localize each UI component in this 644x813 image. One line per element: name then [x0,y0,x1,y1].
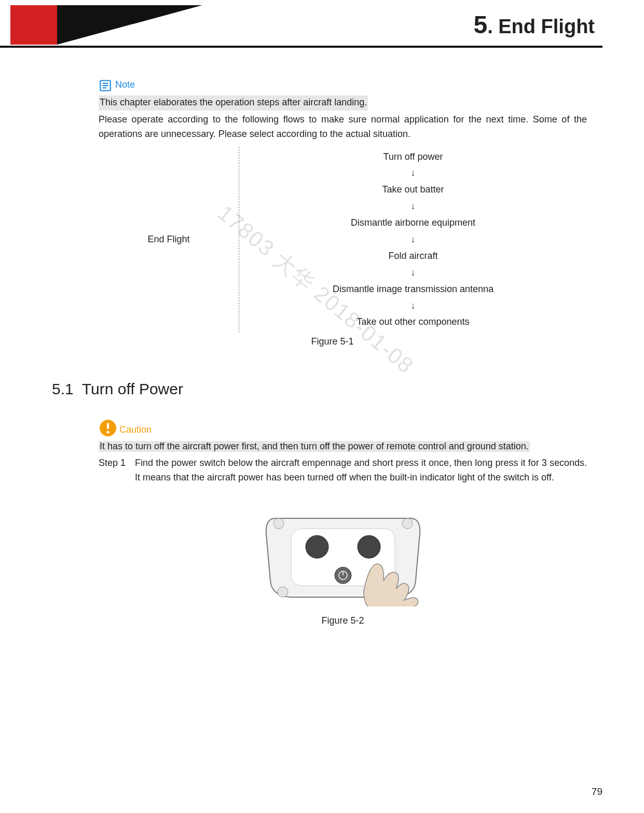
figure-5-2-caption: Figure 5-2 [99,614,587,628]
flow-step: Take out other components [239,314,587,330]
svg-point-15 [278,587,288,597]
flow-arrow: ↓ [239,198,587,215]
flow-step: Take out batter [239,182,587,198]
figure-5-2 [99,498,587,607]
svg-point-6 [107,431,109,434]
flow-step: Fold aircraft [239,248,587,265]
flow-arrow: ↓ [239,231,587,248]
section-heading: 5.1 Turn off Power [52,380,602,398]
document-page: 5. End Flight 17803 大华 2018-01-08 Note T… [0,0,644,813]
caution-label: Caution [119,423,152,437]
device-illustration [260,498,426,607]
chapter-title: 5. End Flight [473,10,595,39]
flow-steps: Turn off power ↓ Take out batter ↓ Disma… [239,147,587,333]
step-1-text: Find the power switch below the aircraft… [135,456,587,485]
note-row: Note [99,78,587,92]
note-highlight-text: This chapter elaborates the operation st… [99,95,368,111]
chapter-dot: . [487,16,498,37]
step-1-label: Step 1 [99,456,135,485]
svg-point-8 [306,535,328,558]
note-label: Note [115,78,135,92]
svg-rect-5 [107,423,109,429]
flow-diagram: End Flight Turn off power ↓ Take out bat… [99,147,587,333]
page-number: 79 [592,786,602,797]
caution-row: Caution [99,419,587,437]
chapter-name: End Flight [498,16,595,37]
note-body: Please operate according to the followin… [99,113,587,142]
flow-step: Dismantle airborne equipment [239,215,587,231]
note-highlight: This chapter elaborates the operation st… [99,95,587,111]
chapter-number: 5 [473,11,487,38]
flow-step: Turn off power [239,149,587,166]
header-red-block [10,5,57,45]
flow-arrow: ↓ [239,165,587,182]
flow-step: Dismantle image transmission antenna [239,281,587,298]
flow-left-label: End Flight [99,147,239,333]
figure-5-1-caption: Figure 5-1 [78,335,587,349]
chapter-header: 5. End Flight [42,5,602,47]
header-rule [0,46,602,48]
caution-highlight: It has to turn off the aircraft power fi… [99,439,587,454]
section-body: Caution It has to turn off the aircraft … [99,419,587,628]
svg-point-14 [402,518,413,529]
header-triangle [57,5,202,45]
section-number: 5.1 [52,380,74,397]
note-icon [99,79,112,92]
caution-highlight-text: It has to turn off the aircraft power fi… [99,441,530,452]
caution-icon [99,419,117,437]
main-content: Note This chapter elaborates the operati… [99,78,587,349]
svg-point-13 [273,518,284,529]
step-1: Step 1 Find the power switch below the a… [99,456,587,485]
svg-point-9 [358,535,380,558]
flow-arrow: ↓ [239,298,587,314]
flow-arrow: ↓ [239,265,587,281]
section-title: Turn off Power [82,380,183,397]
